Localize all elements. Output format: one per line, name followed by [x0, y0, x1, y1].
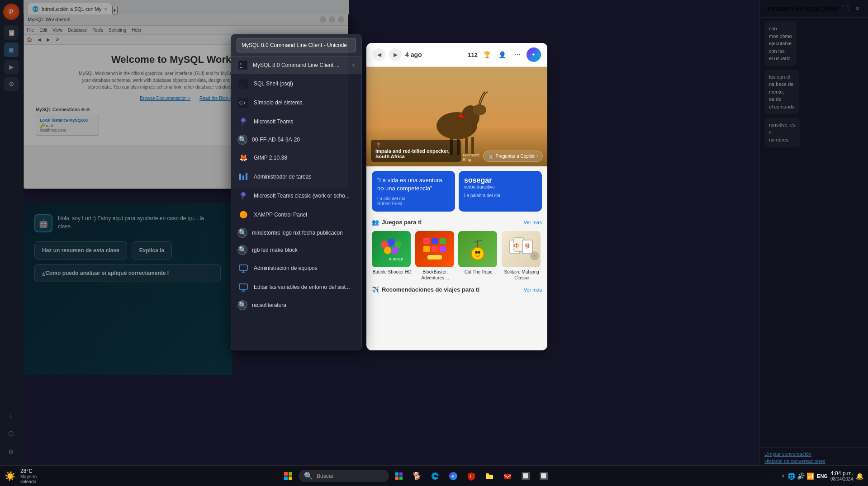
bing-trophy-icon[interactable]: 🏆: [480, 48, 493, 61]
svg-text:✦: ✦: [451, 474, 455, 479]
rgb-led-icon: 🔍: [237, 245, 247, 255]
bing-next-btn[interactable]: ▶: [389, 48, 402, 61]
start-menu-header: [231, 34, 361, 57]
svg-rect-58: [284, 477, 288, 480]
taskbar-app-edge[interactable]: [427, 468, 443, 484]
bing-hero-image: 📍 Impala and red-billed oxpecker, South …: [366, 67, 547, 166]
top-item-close[interactable]: ×: [352, 62, 355, 68]
ip-search-icon: 🔍: [237, 135, 247, 145]
svg-text:T: T: [241, 122, 244, 127]
network-icon[interactable]: 🌐: [787, 472, 795, 480]
taskbar-search-icon: 🔍: [304, 472, 313, 480]
bing-avatar-icon[interactable]: 👤: [496, 48, 508, 61]
mindstorms-icon: 🔍: [237, 228, 247, 238]
start-item-ms-teams[interactable]: T Microsoft Teams: [231, 112, 361, 131]
svg-text:✦: ✦: [531, 52, 535, 57]
svg-point-49: [478, 251, 480, 254]
env-vars-label: Editar las variables de entorno del sist…: [254, 284, 355, 290]
blockbuster-thumb: [415, 231, 454, 267]
games-wrapper: BUBBLE Bubble Shooter HD: [366, 228, 547, 283]
travel-section-title: ✈️ Recomendaciones de viajes para ti: [372, 286, 479, 293]
taskbar-app-dev2[interactable]: 🔲: [536, 468, 552, 484]
task-admin-icon: [237, 171, 249, 183]
travel-see-more-btn[interactable]: Ver más: [524, 287, 542, 293]
svg-text:BUBBLE: BUBBLE: [389, 257, 403, 261]
taskbar-app-mail[interactable]: [499, 468, 516, 484]
taskbar-app-files[interactable]: [481, 468, 498, 484]
svg-rect-11: [242, 175, 244, 180]
svg-text:中: 中: [514, 243, 519, 249]
games-next-btn[interactable]: ›: [530, 251, 539, 260]
taskbar-app-dog[interactable]: 🐕: [409, 468, 425, 484]
game-cut-rope[interactable]: Cut The Rope: [458, 231, 499, 281]
ms-teams-label: Microsoft Teams: [254, 118, 355, 125]
system-clock[interactable]: 4:04 p.m. 08/04/2024: [830, 470, 853, 481]
quote-attribution: La cita del día: Robert Frost: [377, 196, 450, 206]
start-menu-top-item[interactable]: _ > MySQL 8.0 Command Line Client ... ×: [231, 57, 361, 74]
bing-widget-panel: ◀ ▶ 4 ago 112 🏆 👤 ⋯ ✦: [366, 43, 547, 350]
start-item-symbol-system[interactable]: C:\ Símbolo del sistema: [231, 93, 361, 112]
tray-expand-btn[interactable]: ∧: [782, 473, 785, 478]
weather-icon: ☀️: [5, 471, 16, 481]
taskbar-right: ∧ 🌐 🔊 📶 ENG 4:04 p.m. 08/04/2024 🔔: [777, 470, 868, 481]
ask-copilot-btn[interactable]: 🤖 Preguntar a Copilot ›: [483, 151, 543, 162]
volume-icon[interactable]: 🔊: [797, 472, 805, 480]
start-item-xampp[interactable]: 🟠 XAMPP Control Panel: [231, 205, 361, 224]
taskbar-search-bar[interactable]: 🔍 Buscar: [299, 470, 389, 482]
svg-rect-46: [427, 255, 442, 260]
weather-description: Mayorm. soleado: [20, 474, 50, 484]
bing-copilot-icon[interactable]: ✦: [526, 47, 541, 62]
literatura-icon: 🔍: [237, 300, 247, 310]
taskbar-widgets-btn[interactable]: [391, 468, 407, 484]
svg-text:發: 發: [525, 243, 530, 249]
start-menu-search-input[interactable]: [237, 38, 356, 52]
start-item-ms-teams-classic[interactable]: T Microsoft Teams classic (work or scho.…: [231, 186, 361, 205]
xampp-label: XAMPP Control Panel: [254, 212, 355, 218]
svg-rect-45: [440, 246, 446, 252]
ask-copilot-chevron: ›: [536, 154, 538, 159]
hero-caption: 📍 Impala and red-billed oxpecker, South …: [371, 140, 461, 162]
svg-rect-30: [465, 137, 468, 154]
quote-card[interactable]: "La vida es una aventura, no una compete…: [372, 171, 455, 212]
start-item-literatura[interactable]: 🔍 racsoliteratura: [231, 297, 361, 314]
svg-rect-31: [471, 137, 474, 154]
bing-more-icon[interactable]: ⋯: [511, 48, 524, 61]
start-item-env-vars[interactable]: Editar las variables de entorno del sist…: [231, 278, 361, 297]
ms-bing-logo: MicrosoftBing: [463, 153, 479, 162]
bing-badges: 112 🏆 👤 ⋯ ✦: [468, 47, 541, 62]
start-item-rgb-led[interactable]: 🔍 rgb led make block: [231, 241, 361, 259]
games-grid: BUBBLE Bubble Shooter HD: [366, 228, 547, 283]
bing-streak-count: 112: [468, 52, 478, 58]
games-see-more-btn[interactable]: Ver más: [524, 220, 542, 225]
svg-rect-12: [246, 173, 247, 180]
start-button[interactable]: [280, 467, 297, 485]
mahjong-thumb: 中 發: [502, 231, 541, 267]
taskbar-app-dev1[interactable]: 🔲: [517, 468, 534, 484]
taskbar-app-copilot[interactable]: ✦: [445, 468, 461, 484]
start-item-mindstorms[interactable]: 🔍 mindstorms lego nxt fecha publicacon: [231, 224, 361, 241]
taskbar-app-shield[interactable]: !: [463, 468, 479, 484]
svg-rect-43: [423, 246, 430, 252]
word-card[interactable]: sosegar verbo transitivo La palabra del …: [459, 171, 542, 212]
bing-header: ◀ ▶ 4 ago 112 🏆 👤 ⋯ ✦: [366, 43, 547, 67]
word-of-day: sosegar: [464, 176, 536, 184]
notifications-icon[interactable]: 🔔: [856, 472, 863, 480]
taskbar: ☀️ 28°C Mayorm. soleado 🔍 Buscar: [0, 465, 868, 486]
literatura-label: racsoliteratura: [252, 302, 355, 308]
ms-teams-icon: T: [237, 116, 249, 127]
weather-widget[interactable]: 28°C Mayorm. soleado: [20, 468, 50, 484]
wifi-icon[interactable]: 📶: [806, 472, 814, 480]
start-item-task-admin[interactable]: Administrador de tareas: [231, 167, 361, 186]
start-item-sql-shell[interactable]: _ SQL Shell (psql): [231, 74, 361, 93]
start-item-admin-equipos[interactable]: Administración de equipos: [231, 259, 361, 278]
clock-date: 08/04/2024: [830, 477, 853, 481]
bing-prev-btn[interactable]: ◀: [373, 48, 385, 61]
start-item-ip[interactable]: 🔍 00-FF-AD-54-9A-20: [231, 131, 361, 148]
game-bubble-shooter[interactable]: BUBBLE Bubble Shooter HD: [372, 231, 413, 281]
symbol-system-label: Símbolo del sistema: [254, 99, 355, 106]
start-item-gimp[interactable]: 🦊 GIMP 2.10.38: [231, 148, 361, 167]
svg-point-47: [471, 247, 484, 260]
games-section-title: 👥 Juegos para ti: [372, 219, 422, 226]
game-blockbuster[interactable]: BlockBuster: Adventures ...: [415, 231, 456, 281]
svg-text:C:\: C:\: [239, 100, 245, 105]
